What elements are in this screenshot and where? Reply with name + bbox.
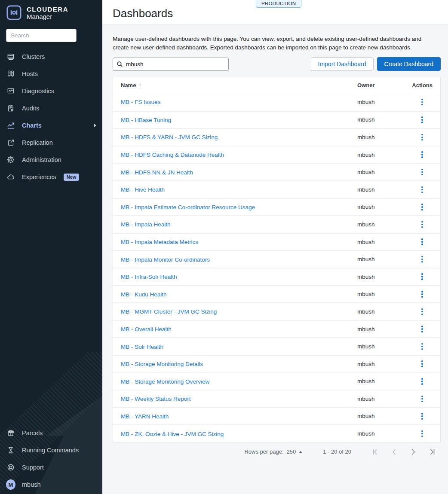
table-row: MB - Impala Health mbush — [113, 215, 440, 233]
kebab-menu-button[interactable] — [418, 358, 427, 369]
search-icon — [116, 61, 123, 70]
kebab-menu-button[interactable] — [418, 341, 427, 352]
table-row: MB - MGMT Cluster - JVM GC Sizing mbush — [113, 302, 440, 320]
sidebar-item-replication[interactable]: Replication — [0, 134, 102, 151]
create-dashboard-button[interactable]: Create Dashboard — [377, 57, 441, 71]
sidebar-nav: Clusters Hosts D — [0, 48, 102, 186]
owner-cell: mbush — [357, 204, 412, 210]
replication-icon — [6, 138, 15, 147]
kebab-menu-button[interactable] — [418, 289, 427, 300]
dashboard-link[interactable]: MB - FS Issues — [121, 99, 160, 105]
sidebar-item-hosts[interactable]: Hosts — [0, 65, 102, 82]
dashboard-link[interactable]: MB - MGMT Cluster - JVM GC Sizing — [121, 308, 217, 315]
sidebar-item-label: Audits — [22, 105, 39, 112]
rows-per-page-value: 250 — [287, 448, 296, 455]
owner-cell: mbush — [357, 256, 412, 262]
sidebar-item-running-commands[interactable]: Running Commands — [0, 442, 102, 459]
table-row: MB - ZK, Oozie & Hive - JVM GC Sizing mb… — [113, 424, 440, 442]
kebab-menu-button[interactable] — [418, 201, 427, 213]
dashboard-link[interactable]: MB - ZK, Oozie & Hive - JVM GC Sizing — [121, 431, 224, 437]
dashboard-link[interactable]: MB - Storage Monitoring Overview — [121, 378, 209, 385]
kebab-menu-button[interactable] — [418, 271, 427, 282]
caret-up-icon — [299, 451, 302, 453]
page-header: Dashboards PRODUCTION — [102, 0, 448, 24]
cloudera-manager-logo[interactable]: CLOUDERA Manager — [0, 0, 102, 24]
table-row: MB - Kudu Health mbush — [113, 285, 440, 303]
last-page-button[interactable] — [427, 447, 437, 457]
kebab-menu-button[interactable] — [418, 323, 427, 335]
owner-cell: mbush — [357, 186, 412, 193]
table-row: MB - HDFS NN & JN Health mbush — [113, 163, 440, 180]
dashboard-link[interactable]: MB - Kudu Health — [121, 291, 167, 298]
dashboard-link[interactable]: MB - Storage Monitoring Details — [121, 361, 203, 367]
sidebar-item-diagnostics[interactable]: Diagnostics — [0, 82, 102, 100]
owner-cell: mbush — [357, 99, 412, 105]
kebab-menu-button[interactable] — [418, 306, 427, 317]
cloudera-logo-icon — [6, 5, 22, 21]
owner-cell: mbush — [357, 152, 412, 158]
table-row: MB - HBase Tuning mbush — [113, 111, 440, 128]
page-description: Manage user-defined dashboards with this… — [113, 35, 433, 52]
table-row: MB - Storage Monitoring Overview mbush — [113, 372, 440, 390]
table-row: MB - Weekly Status Report mbush — [113, 390, 440, 407]
column-header-owner: Owner — [357, 82, 412, 88]
dashboard-link[interactable]: MB - Impala Estimate Co-ordinator Resour… — [121, 204, 255, 210]
sidebar-item-audits[interactable]: Audits — [0, 100, 102, 117]
kebab-menu-button[interactable] — [418, 376, 427, 387]
table-row: MB - Impala Estimate Co-ordinator Resour… — [113, 198, 440, 216]
main-area: Dashboards PRODUCTION Manage user-define… — [102, 0, 448, 494]
content-area: Manage user-defined dashboards with this… — [102, 24, 448, 494]
next-page-button[interactable] — [408, 447, 418, 457]
kebab-menu-button[interactable] — [418, 236, 427, 247]
kebab-menu-button[interactable] — [418, 428, 427, 439]
sidebar-search-input[interactable] — [6, 29, 77, 42]
dashboard-link[interactable]: MB - Impala Metadata Metrics — [121, 239, 198, 245]
kebab-menu-button[interactable] — [418, 114, 427, 125]
kebab-menu-button[interactable] — [418, 149, 427, 160]
dashboard-link[interactable]: MB - HBase Tuning — [121, 117, 171, 123]
dashboard-link[interactable]: MB - Weekly Status Report — [121, 396, 191, 402]
dashboard-link[interactable]: MB - YARN Health — [121, 413, 169, 420]
table-row: MB - Storage Monitoring Details mbush — [113, 355, 440, 372]
kebab-menu-button[interactable] — [418, 97, 427, 108]
dashboard-link[interactable]: MB - Solr Health — [121, 344, 163, 350]
sidebar-item-charts[interactable]: Charts — [0, 117, 102, 134]
sidebar-item-support[interactable]: Support — [0, 459, 102, 476]
dashboard-filter-input[interactable] — [113, 58, 229, 71]
table-row: MB - YARN Health mbush — [113, 407, 440, 425]
diagnostics-icon — [6, 86, 15, 96]
clusters-icon — [6, 52, 15, 61]
sidebar-item-label: Diagnostics — [22, 88, 54, 95]
dashboard-link[interactable]: MB - Hive Health — [121, 186, 165, 193]
parcels-icon — [6, 428, 15, 438]
kebab-menu-button[interactable] — [418, 132, 427, 143]
kebab-menu-button[interactable] — [418, 393, 427, 405]
rows-per-page-dropdown[interactable]: Rows per page: 250 — [244, 448, 302, 455]
column-header-name[interactable]: Name ↑ — [121, 82, 357, 88]
kebab-menu-button[interactable] — [418, 254, 427, 265]
kebab-menu-button[interactable] — [418, 411, 427, 422]
sidebar-item-parcels[interactable]: Parcels — [0, 424, 102, 442]
previous-page-button[interactable] — [389, 447, 399, 457]
dashboard-link[interactable]: MB - Impala Monitor Co-ordinators — [121, 256, 210, 263]
sidebar-item-clusters[interactable]: Clusters — [0, 48, 102, 65]
dashboard-link[interactable]: MB - HDFS Caching & Datanode Health — [121, 152, 224, 158]
kebab-menu-button[interactable] — [418, 167, 427, 178]
kebab-menu-button[interactable] — [418, 184, 427, 195]
sidebar-item-experiences[interactable]: Experiences New — [0, 168, 102, 186]
audits-icon — [6, 104, 15, 113]
sidebar-item-administration[interactable]: Administration — [0, 151, 102, 168]
dashboard-link[interactable]: MB - HDFS NN & JN Health — [121, 169, 193, 176]
experiences-icon — [6, 172, 15, 182]
dashboard-link[interactable]: MB - HDFS & YARN - JVM GC Sizing — [121, 134, 218, 140]
sidebar-item-label: Administration — [22, 156, 61, 163]
dashboard-link[interactable]: MB - Impala Health — [121, 221, 171, 228]
sidebar-item-label: Clusters — [22, 53, 45, 60]
owner-cell: mbush — [357, 239, 412, 245]
kebab-menu-button[interactable] — [418, 219, 427, 230]
sidebar-item-user[interactable]: M mbush — [0, 476, 102, 493]
dashboard-link[interactable]: MB - Infra-Solr Health — [121, 274, 177, 280]
dashboard-link[interactable]: MB - Overall Health — [121, 326, 172, 332]
import-dashboard-button[interactable]: Import Dashboard — [311, 57, 374, 71]
first-page-button[interactable] — [370, 447, 380, 457]
